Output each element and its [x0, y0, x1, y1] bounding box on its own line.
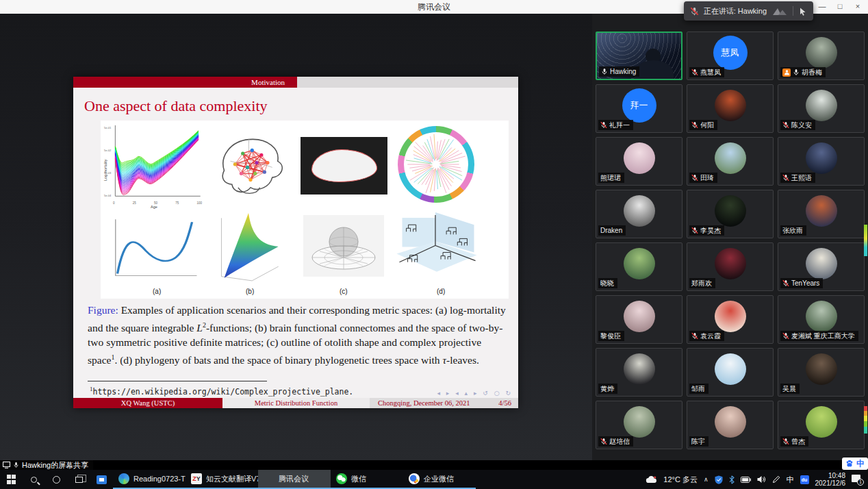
participant-tile[interactable]: 曾杰	[778, 401, 865, 449]
pen-icon[interactable]	[772, 475, 780, 484]
battery-icon[interactable]	[741, 477, 751, 483]
participant-nametag: 陈义安	[780, 120, 815, 130]
participant-tile[interactable]: 袁云霞	[687, 295, 774, 344]
speaker-icon[interactable]	[757, 475, 766, 484]
avatar	[624, 142, 655, 174]
participant-name: 曾杰	[791, 437, 805, 446]
ime-indicator[interactable]: 中	[787, 475, 794, 485]
member-badge	[782, 68, 791, 77]
participant-nametag: TenYears	[780, 278, 823, 288]
bluetooth-icon[interactable]	[729, 475, 735, 484]
participant-name: 赵培信	[609, 437, 630, 446]
participant-tile[interactable]: 郑雨欢	[687, 242, 774, 291]
participant-tile[interactable]: 李昊杰	[687, 190, 774, 238]
muted-mic-icon	[782, 279, 789, 287]
avatar: 慧凤	[713, 36, 748, 70]
participant-tile[interactable]: Draken	[596, 190, 682, 238]
edge-scroll-indicator	[864, 225, 867, 256]
taskbar-app-meeting[interactable]: 腾讯会议	[258, 470, 331, 489]
taskbar-app-edge[interactable]: Reading0723-Thr...	[113, 470, 186, 489]
screen-share-banner-text: Hawking的屏幕共享	[22, 460, 88, 471]
minimize-button[interactable]: —	[813, 0, 831, 14]
cursor-arrow-icon[interactable]	[798, 7, 807, 16]
tray-expand-chevron[interactable]: ∧	[704, 476, 709, 483]
screen-share-area: Motivation One aspect of data complexity…	[0, 14, 592, 460]
taskbar-app-label: 企业微信	[424, 474, 454, 484]
circular-phylogeny-figure	[398, 126, 474, 203]
participant-tile[interactable]: 黄烨	[596, 348, 682, 397]
defender-shield-icon[interactable]	[715, 475, 723, 484]
screen-share-banner: Hawking的屏幕共享	[0, 460, 93, 470]
weather-cloud-icon[interactable]	[646, 475, 657, 484]
participant-nametag: 燕慧凤	[689, 67, 724, 77]
slide-section-label: Motivation	[73, 77, 297, 88]
participant-tile[interactable]: 吴晨	[778, 348, 865, 397]
meeting-icon	[264, 473, 275, 484]
participant-name: 黄烨	[600, 384, 614, 393]
avatar	[715, 353, 746, 385]
muted-mic-icon	[691, 68, 698, 76]
participant-tile[interactable]: 拜一 礼拜一	[596, 84, 682, 133]
ime-float-bar[interactable]: 中	[842, 457, 868, 470]
participant-tile[interactable]: 赵培信	[596, 401, 682, 449]
participant-nametag: 麦湘斌 重庆工商大学	[780, 331, 858, 341]
avatar	[806, 301, 837, 332]
taskbar-app-wechat[interactable]: 微信	[331, 470, 403, 489]
task-view-button[interactable]	[68, 470, 90, 489]
participant-name: 燕慧凤	[700, 68, 721, 77]
muted-mic-icon	[691, 227, 698, 234]
avatar	[806, 90, 837, 121]
participant-tile[interactable]: 慧凤 燕慧凤	[687, 32, 774, 80]
participant-tile[interactable]: 田琦	[687, 137, 774, 186]
muted-mic-icon	[690, 7, 699, 16]
participant-nametag: 何阳	[689, 120, 717, 130]
baidu-ime-icon[interactable]: du	[800, 475, 809, 484]
window-controls: — □ ×	[813, 0, 867, 14]
search-button[interactable]	[23, 470, 45, 489]
close-button[interactable]: ×	[849, 0, 867, 14]
participant-tile[interactable]: 麦湘斌 重庆工商大学	[778, 295, 865, 344]
participant-tile[interactable]: 晓晓	[596, 242, 682, 291]
participant-name: 李昊杰	[700, 226, 721, 235]
figure-label-b: (b)	[246, 288, 254, 295]
weather-text[interactable]: 12°C 多云	[663, 475, 698, 485]
avatar	[806, 353, 837, 385]
avatar	[715, 142, 746, 174]
participant-tile[interactable]: 陈义安	[778, 84, 865, 133]
participant-tile[interactable]: 王熙语	[778, 137, 865, 186]
participant-nametag: 邹雨	[689, 384, 709, 394]
participant-tile[interactable]: 胡香梅	[778, 32, 865, 80]
taskbar-app-wecom[interactable]: 企业微信	[403, 470, 476, 489]
speaking-indicator-text: 正在讲话: Hawking	[704, 6, 767, 16]
figure-caption: Figure: Examples of application scenario…	[88, 303, 508, 367]
participant-name: 何阳	[700, 121, 714, 129]
system-tray: 12°C 多云 ∧ 中 du 10:48 2021/12/6 1	[646, 470, 868, 489]
taskbar-clock[interactable]: 10:48 2021/12/6	[815, 472, 846, 487]
tree-space-figure	[391, 211, 484, 284]
participant-name: 田琦	[700, 173, 714, 182]
mortality-xlabel: Age	[102, 205, 206, 209]
participant-tile[interactable]: 陈宇	[687, 401, 774, 449]
taskbar-apps: Reading0723-Thr...ZY知云文献翻译V7.4腾讯会议微信企业微信	[113, 470, 476, 489]
participant-tile[interactable]: 邹雨	[687, 348, 774, 397]
taskbar-app-zy[interactable]: ZY知云文献翻译V7.4	[186, 470, 258, 489]
participant-name: 王熙语	[791, 173, 812, 182]
muted-mic-icon	[782, 121, 789, 129]
notification-center-button[interactable]: 1	[852, 475, 863, 484]
monitor-icon	[3, 462, 10, 468]
participant-tile[interactable]: 黎俊臣	[596, 295, 682, 344]
participant-tile[interactable]: 何阳	[687, 84, 774, 133]
beamer-navigation-icons[interactable]: ◂ ▸ ◂ ▴ ▸ ↺ ○ ↻	[437, 390, 513, 397]
maximize-button[interactable]: □	[831, 0, 849, 14]
participant-tile[interactable]: Hawking	[596, 32, 682, 80]
participant-tile[interactable]: 熊珺珺	[596, 137, 682, 186]
participant-name: TenYears	[791, 279, 819, 288]
start-button[interactable]	[0, 470, 23, 489]
muted-mic-icon	[600, 438, 607, 445]
cortana-button[interactable]	[45, 470, 68, 489]
participant-name: 陈宇	[691, 437, 705, 446]
clock-time: 10:48	[815, 472, 846, 479]
pinned-app-button[interactable]	[90, 470, 113, 489]
participant-tile[interactable]: TenYears	[778, 242, 865, 291]
participant-tile[interactable]: 张欣雨	[778, 190, 865, 238]
